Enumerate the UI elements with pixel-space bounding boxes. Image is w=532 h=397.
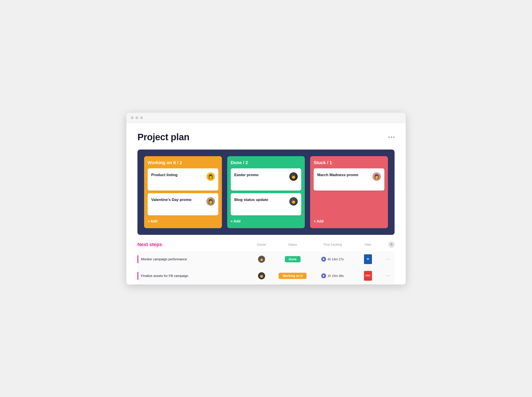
time-text-1: 4h 14m 27s	[327, 257, 344, 261]
owner-column-header: Owner	[248, 243, 275, 246]
column-header-stuck: Stuck / 1	[314, 160, 384, 165]
next-steps-section: Next steps Owner Status Time tracking Fi…	[126, 235, 406, 284]
task-time-cell-2: 1h 15m 38s	[310, 273, 355, 278]
kanban-column-stuck: Stuck / 1 March Madness promo 👩 + Add	[310, 156, 388, 228]
task-action-cell-2	[381, 275, 394, 276]
files-column-header: Files	[355, 243, 381, 246]
kanban-card-valentines[interactable]: Valentine's Day promo 👩	[148, 193, 218, 215]
page-content: Project plan Working on it / 2 Product l…	[126, 123, 406, 235]
task-status-cell-2: Working on it	[275, 273, 310, 279]
kanban-column-done: Done / 2 Easter promo 👨 Blog status upda…	[227, 156, 305, 228]
task-action-cell-1	[381, 259, 394, 260]
task-owner-cell-2: 👨	[248, 272, 275, 279]
task-row-2[interactable]: Finalize assets for FB campaign 👨 Workin…	[138, 268, 394, 284]
card-avatar-1: 👩	[206, 172, 215, 181]
action-dot-1b	[388, 259, 388, 260]
more-dot-1	[388, 136, 390, 138]
file-icon-word-1[interactable]: W	[364, 254, 372, 264]
traffic-light-close[interactable]	[131, 116, 134, 119]
task-bar-2	[138, 272, 138, 280]
action-dot-2c	[389, 275, 390, 276]
task-row-1[interactable]: Monitor campaign performance 👩 Done 4h 1…	[138, 251, 394, 267]
play-icon-1[interactable]	[321, 257, 326, 262]
more-options-button[interactable]	[388, 136, 394, 138]
play-icon-2[interactable]	[321, 273, 326, 278]
kanban-card-easter[interactable]: Easter promo 👨	[231, 168, 301, 191]
card-title-easter: Easter promo	[234, 172, 287, 178]
next-steps-header: Next steps Owner Status Time tracking Fi…	[138, 242, 394, 250]
time-column-header: Time tracking	[310, 243, 355, 246]
next-steps-title: Next steps	[138, 242, 248, 248]
task-status-badge-1: Done	[285, 256, 300, 262]
card-avatar-4: 👩	[372, 172, 381, 181]
play-triangle-1	[323, 258, 325, 260]
task-time-cell-1: 4h 14m 27s	[310, 257, 355, 262]
file-label-1: W	[367, 258, 369, 260]
kanban-cards-done: Easter promo 👨 Blog status update 👨	[231, 168, 301, 215]
column-header-done: Done / 2	[231, 160, 301, 165]
action-dot-2b	[388, 275, 388, 276]
action-dot-1c	[389, 259, 390, 260]
avatar-face-2: 👩	[206, 197, 215, 206]
task-action-dots-2[interactable]	[386, 275, 390, 276]
task-bar-1	[138, 255, 138, 263]
task-owner-avatar-2: 👨	[258, 272, 265, 279]
page-title: Project plan	[138, 132, 189, 143]
column-header-working: Working on it / 2	[148, 160, 218, 165]
task-action-dots-1[interactable]	[386, 259, 390, 260]
kanban-card-march[interactable]: March Madness promo 👩	[314, 168, 384, 191]
traffic-light-maximize[interactable]	[140, 116, 143, 119]
kanban-card-blog[interactable]: Blog status update 👨	[231, 193, 301, 215]
working-add-button[interactable]: + Add	[148, 218, 218, 224]
card-avatar-2: 👩	[206, 197, 215, 206]
task-file-cell-1: W	[355, 254, 381, 264]
card-avatar-5: 👨	[289, 197, 298, 206]
task-owner-cell-1: 👩	[248, 256, 275, 263]
kanban-column-working: Working on it / 2 Product listing 👩 Vale…	[144, 156, 222, 228]
file-icon-pdf-2[interactable]: PDF	[364, 271, 372, 281]
task-indicator-2: Finalize assets for FB campaign	[138, 272, 248, 280]
avatar-face-5: 👨	[289, 197, 298, 206]
action-dot-1a	[386, 259, 387, 260]
add-column-button[interactable]: +	[388, 242, 394, 248]
task-name-1: Monitor campaign performance	[141, 257, 187, 261]
traffic-light-minimize[interactable]	[135, 116, 138, 119]
task-status-cell-1: Done	[275, 256, 310, 262]
kanban-board: Working on it / 2 Product listing 👩 Vale…	[138, 149, 394, 235]
card-title-valentines: Valentine's Day promo	[151, 197, 204, 203]
task-indicator-1: Monitor campaign performance	[138, 255, 248, 263]
more-dot-2	[391, 136, 392, 138]
kanban-cards-working: Product listing 👩 Valentine's Day promo …	[148, 168, 218, 215]
done-add-button[interactable]: + Add	[231, 218, 301, 224]
card-title-blog: Blog status update	[234, 197, 287, 203]
avatar-face-1: 👩	[206, 172, 215, 181]
card-avatar-3: 👨	[289, 172, 298, 181]
more-dot-3	[393, 136, 394, 138]
status-column-header: Status	[275, 243, 310, 246]
card-title-product-listing: Product listing	[151, 172, 204, 178]
card-title-march: March Madness promo	[317, 172, 370, 178]
play-triangle-2	[323, 275, 325, 277]
task-owner-avatar-1: 👩	[258, 256, 265, 263]
task-file-cell-2: PDF	[355, 271, 381, 281]
kanban-cards-stuck: March Madness promo 👩	[314, 168, 384, 215]
file-label-2: PDF	[366, 274, 370, 277]
kanban-card-product-listing[interactable]: Product listing 👩	[148, 168, 218, 191]
titlebar	[126, 113, 406, 123]
app-window: Project plan Working on it / 2 Product l…	[126, 113, 406, 285]
page-header: Project plan	[138, 132, 394, 143]
avatar-face-3: 👨	[289, 172, 298, 181]
task-name-2: Finalize assets for FB campaign	[141, 274, 188, 278]
time-text-2: 1h 15m 38s	[327, 274, 344, 278]
stuck-add-button[interactable]: + Add	[314, 218, 384, 224]
avatar-face-4: 👩	[372, 172, 381, 181]
action-dot-2a	[386, 275, 387, 276]
task-status-badge-2: Working on it	[279, 273, 306, 279]
